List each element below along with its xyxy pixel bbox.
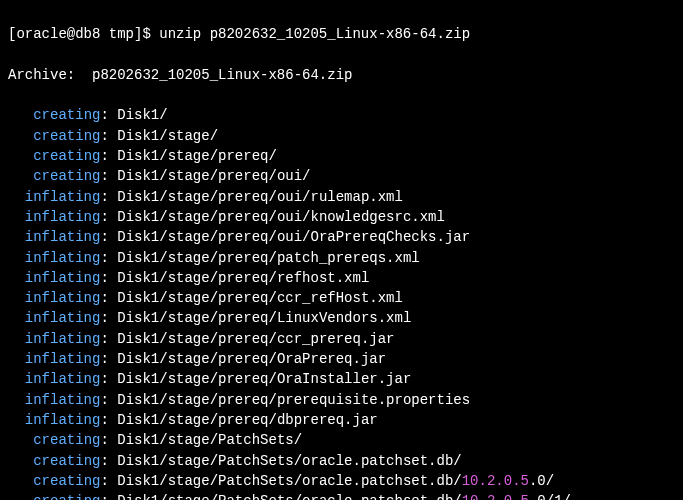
output-lines: creating: Disk1/ creating: Disk1/stage/ … — [8, 105, 675, 500]
indent — [8, 493, 33, 500]
separator: : — [100, 107, 117, 123]
separator: : — [100, 432, 117, 448]
output-line: creating: Disk1/stage/prereq/oui/ — [8, 166, 675, 186]
action-label: inflating — [25, 371, 101, 387]
separator: : — [100, 453, 117, 469]
file-path: Disk1/stage/prereq/prerequisite.properti… — [117, 392, 470, 408]
output-line: creating: Disk1/ — [8, 105, 675, 125]
action-label: inflating — [25, 250, 101, 266]
indent — [8, 453, 33, 469]
action-label: inflating — [25, 229, 101, 245]
path-suffix: .0/ — [529, 473, 554, 489]
file-path: Disk1/stage/prereq/oui/rulemap.xml — [117, 189, 403, 205]
separator: : — [100, 310, 117, 326]
action-label: creating — [33, 493, 100, 500]
indent — [8, 250, 25, 266]
indent — [8, 371, 25, 387]
shell-command: unzip p8202632_10205_Linux-x86-64.zip — [159, 26, 470, 42]
action-label: inflating — [25, 209, 101, 225]
indent — [8, 168, 33, 184]
action-label: inflating — [25, 310, 101, 326]
output-line: inflating: Disk1/stage/prereq/dbprereq.j… — [8, 410, 675, 430]
indent — [8, 128, 33, 144]
file-path: Disk1/stage/PatchSets/oracle.patchset.db… — [117, 453, 461, 469]
file-path: Disk1/stage/prereq/refhost.xml — [117, 270, 369, 286]
file-path: Disk1/stage/prereq/ccr_refHost.xml — [117, 290, 403, 306]
separator: : — [100, 229, 117, 245]
file-path: Disk1/stage/PatchSets/ — [117, 432, 302, 448]
action-label: creating — [33, 107, 100, 123]
indent — [8, 107, 33, 123]
archive-label: Archive: — [8, 67, 92, 83]
output-line: inflating: Disk1/stage/prereq/patch_prer… — [8, 248, 675, 268]
output-line: inflating: Disk1/stage/prereq/prerequisi… — [8, 390, 675, 410]
indent — [8, 290, 25, 306]
command-line: [oracle@db8 tmp]$ unzip p8202632_10205_L… — [8, 24, 675, 44]
output-line: inflating: Disk1/stage/prereq/oui/rulema… — [8, 187, 675, 207]
separator: : — [100, 331, 117, 347]
file-path: Disk1/stage/prereq/patch_prereqs.xml — [117, 250, 419, 266]
action-label: creating — [33, 128, 100, 144]
action-label: inflating — [25, 392, 101, 408]
separator: : — [100, 250, 117, 266]
separator: : — [100, 392, 117, 408]
output-line: inflating: Disk1/stage/prereq/OraInstall… — [8, 369, 675, 389]
action-label: creating — [33, 432, 100, 448]
separator: : — [100, 351, 117, 367]
output-line: creating: Disk1/stage/PatchSets/oracle.p… — [8, 471, 675, 491]
separator: : — [100, 473, 117, 489]
action-label: creating — [33, 473, 100, 489]
terminal-output[interactable]: [oracle@db8 tmp]$ unzip p8202632_10205_L… — [8, 4, 675, 500]
indent — [8, 392, 25, 408]
action-label: creating — [33, 168, 100, 184]
separator: : — [100, 412, 117, 428]
shell-prompt: [oracle@db8 tmp]$ — [8, 26, 159, 42]
file-path: Disk1/stage/prereq/OraInstaller.jar — [117, 371, 411, 387]
output-line: creating: Disk1/stage/PatchSets/oracle.p… — [8, 491, 675, 500]
separator: : — [100, 189, 117, 205]
action-label: creating — [33, 453, 100, 469]
indent — [8, 310, 25, 326]
version-number: 10.2.0.5 — [462, 473, 529, 489]
indent — [8, 189, 25, 205]
output-line: inflating: Disk1/stage/prereq/oui/knowle… — [8, 207, 675, 227]
file-path: Disk1/stage/prereq/LinuxVendors.xml — [117, 310, 411, 326]
file-path: Disk1/stage/ — [117, 128, 218, 144]
separator: : — [100, 209, 117, 225]
output-line: inflating: Disk1/stage/prereq/OraPrereq.… — [8, 349, 675, 369]
indent — [8, 351, 25, 367]
separator: : — [100, 290, 117, 306]
indent — [8, 473, 33, 489]
archive-file: p8202632_10205_Linux-x86-64.zip — [92, 67, 352, 83]
file-path: Disk1/stage/prereq/ — [117, 148, 277, 164]
indent — [8, 148, 33, 164]
file-path: Disk1/stage/PatchSets/oracle.patchset.db… — [117, 473, 461, 489]
separator: : — [100, 493, 117, 500]
output-line: inflating: Disk1/stage/prereq/ccr_prereq… — [8, 329, 675, 349]
indent — [8, 432, 33, 448]
output-line: creating: Disk1/stage/PatchSets/ — [8, 430, 675, 450]
output-line: inflating: Disk1/stage/prereq/oui/OraPre… — [8, 227, 675, 247]
file-path: Disk1/ — [117, 107, 167, 123]
file-path: Disk1/stage/prereq/oui/OraPrereqChecks.j… — [117, 229, 470, 245]
indent — [8, 412, 25, 428]
output-line: creating: Disk1/stage/PatchSets/oracle.p… — [8, 451, 675, 471]
indent — [8, 331, 25, 347]
path-suffix: .0/1/ — [529, 493, 571, 500]
file-path: Disk1/stage/PatchSets/oracle.patchset.db… — [117, 493, 461, 500]
file-path: Disk1/stage/prereq/dbprereq.jar — [117, 412, 377, 428]
separator: : — [100, 148, 117, 164]
output-line: creating: Disk1/stage/prereq/ — [8, 146, 675, 166]
action-label: inflating — [25, 189, 101, 205]
indent — [8, 229, 25, 245]
version-number: 10.2.0.5 — [462, 493, 529, 500]
separator: : — [100, 168, 117, 184]
output-line: inflating: Disk1/stage/prereq/ccr_refHos… — [8, 288, 675, 308]
file-path: Disk1/stage/prereq/oui/knowledgesrc.xml — [117, 209, 445, 225]
file-path: Disk1/stage/prereq/OraPrereq.jar — [117, 351, 386, 367]
separator: : — [100, 270, 117, 286]
action-label: inflating — [25, 331, 101, 347]
output-line: creating: Disk1/stage/ — [8, 126, 675, 146]
indent — [8, 209, 25, 225]
output-line: inflating: Disk1/stage/prereq/refhost.xm… — [8, 268, 675, 288]
